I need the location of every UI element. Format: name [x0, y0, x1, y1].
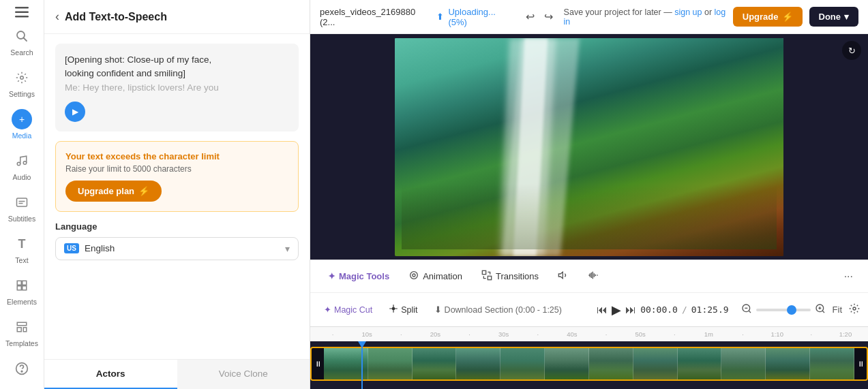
- panel-body: [Opening shot: Close-up of my face, look…: [44, 34, 310, 349]
- language-flag: US: [64, 243, 79, 253]
- svg-rect-8: [17, 198, 27, 206]
- svg-rect-22: [482, 270, 485, 274]
- upload-status: ⬆ Uploading... (5%): [436, 7, 514, 27]
- text-line-1: [Opening shot: Close-up of my face,: [65, 53, 289, 67]
- upgrade-plan-label: Upgrade plan: [78, 186, 134, 196]
- audio-tool-button[interactable]: [550, 266, 577, 287]
- svg-rect-14: [23, 286, 27, 290]
- sidebar-item-label-audio: Audio: [13, 173, 31, 181]
- timeline-bar: ✦ Magic Cut Split ⬇ Download Section (0:…: [310, 292, 868, 326]
- upgrade-plan-button[interactable]: Upgrade plan ⚡: [65, 181, 162, 202]
- timeline-settings-button[interactable]: [849, 303, 860, 317]
- track-right-handle-icon: ⏸: [857, 360, 865, 368]
- waveform-button[interactable]: [580, 266, 607, 287]
- skip-forward-button[interactable]: ⏭: [625, 304, 636, 316]
- svg-rect-0: [15, 7, 29, 9]
- sidebar-item-templates[interactable]: Templates: [0, 311, 44, 353]
- refresh-button[interactable]: ↻: [842, 41, 861, 60]
- timeline-ruler: · 10s · 20s · 30s · 40s · 50s · 1m · 1:1…: [310, 326, 868, 341]
- download-section-button[interactable]: ⬇ Download Section (0:00 - 1:25): [429, 302, 567, 317]
- transitions-label: Transitions: [496, 271, 539, 281]
- ruler-mark: 1:10: [760, 330, 794, 338]
- undo-button[interactable]: ↩: [522, 7, 539, 26]
- sidebar-item-label-search: Search: [10, 48, 33, 57]
- split-button[interactable]: Split: [383, 301, 423, 318]
- sidebar-item-search[interactable]: Search: [0, 20, 44, 62]
- tab-actors[interactable]: Actors: [44, 360, 177, 389]
- svg-rect-11: [17, 281, 21, 285]
- track-thumb-9: [678, 348, 722, 379]
- tts-text-box[interactable]: [Opening shot: Close-up of my face, look…: [55, 44, 299, 131]
- split-icon: [389, 304, 398, 315]
- sidebar-item-help[interactable]: [0, 353, 44, 384]
- track-thumb-12: [810, 348, 854, 379]
- svg-point-21: [413, 274, 415, 277]
- upgrade-plan-icon: ⚡: [138, 186, 149, 196]
- text-line-3: Me: Hey there, lipstick lovers! Are you: [65, 81, 289, 95]
- svg-point-6: [17, 162, 20, 166]
- help-icon: [12, 358, 32, 379]
- language-selector[interactable]: US English ▾: [55, 237, 299, 260]
- svg-rect-13: [17, 286, 21, 290]
- svg-rect-17: [23, 328, 27, 332]
- waveform-icon: [588, 270, 599, 283]
- svg-rect-16: [17, 328, 21, 332]
- time-display: ⏮ ▶ ⏭ 00:00.0 / 01:25.9: [597, 302, 728, 317]
- more-options-button[interactable]: ···: [839, 268, 858, 285]
- topbar-right: Save your project for later — sign up or…: [564, 7, 858, 27]
- ruler-mark: ·: [657, 330, 691, 338]
- actor-tabs: Actors Voice Clone: [44, 359, 310, 389]
- zoom-out-button[interactable]: [741, 303, 752, 317]
- upgrade-label: Upgrade: [743, 12, 779, 22]
- upgrade-button[interactable]: Upgrade ⚡: [733, 7, 803, 27]
- track-thumb-3: [413, 348, 457, 379]
- ruler-marks: · 10s · 20s · 30s · 40s · 50s · 1m · 1:1…: [316, 330, 863, 338]
- media-icon: +: [12, 109, 32, 129]
- text-line-2: looking confident and smiling]: [65, 67, 289, 80]
- svg-point-33: [853, 307, 856, 310]
- sign-up-link[interactable]: sign up: [674, 7, 702, 17]
- fit-button[interactable]: Fit: [833, 305, 842, 315]
- video-preview: [395, 38, 783, 256]
- play-preview-button[interactable]: ▶: [65, 102, 85, 122]
- skip-back-button[interactable]: ⏮: [597, 304, 608, 316]
- tab-voice-clone[interactable]: Voice Clone: [177, 360, 310, 389]
- zoom-slider[interactable]: [756, 309, 811, 311]
- svg-point-20: [410, 272, 418, 279]
- play-pause-button[interactable]: ▶: [612, 302, 621, 317]
- track-thumb-8: [633, 348, 678, 379]
- language-label: Language: [55, 221, 299, 232]
- upgrade-lightning-icon: ⚡: [782, 12, 793, 22]
- zoom-in-button[interactable]: [815, 303, 826, 317]
- track-handle-right[interactable]: ⏸: [854, 348, 867, 379]
- sidebar-item-media[interactable]: + Media: [0, 104, 44, 145]
- track-handle-left[interactable]: ⏸: [312, 348, 324, 379]
- sidebar-item-audio[interactable]: Audio: [0, 145, 44, 187]
- magic-cut-icon: ✦: [324, 305, 331, 315]
- audio-icon: [12, 151, 32, 171]
- tts-panel: ‹ Add Text-to-Speech [Opening shot: Clos…: [44, 0, 310, 389]
- sidebar-item-settings[interactable]: Settings: [0, 62, 44, 104]
- track-thumb-4: [456, 348, 500, 379]
- transitions-button[interactable]: Transitions: [473, 266, 547, 287]
- back-button[interactable]: ‹: [55, 10, 59, 24]
- track-thumb-6: [545, 348, 589, 379]
- animation-icon: [408, 270, 419, 283]
- svg-rect-15: [17, 322, 27, 326]
- magic-cut-button[interactable]: ✦ Magic Cut: [318, 302, 378, 317]
- video-track[interactable]: ⏸ ⏸: [310, 347, 868, 381]
- sidebar-item-elements[interactable]: Elements: [0, 270, 44, 311]
- magic-tools-button[interactable]: ✦ Magic Tools: [320, 267, 398, 285]
- redo-button[interactable]: ↪: [540, 7, 557, 26]
- menu-icon[interactable]: [8, 7, 35, 18]
- sidebar-item-subtitles[interactable]: Subtitles: [0, 187, 44, 228]
- magic-tools-icon: ✦: [328, 271, 335, 281]
- animation-button[interactable]: Animation: [400, 266, 470, 287]
- ruler-mark: ·: [794, 330, 828, 338]
- sidebar-item-label-text: Text: [15, 256, 28, 264]
- done-button[interactable]: Done ▾: [809, 7, 859, 27]
- pause-icon: ⏸: [314, 360, 322, 368]
- character-limit-warning: Your text exceeds the character limit Ra…: [55, 141, 299, 212]
- sidebar-item-text[interactable]: T Text: [0, 228, 44, 270]
- ruler-mark: 30s: [487, 330, 521, 338]
